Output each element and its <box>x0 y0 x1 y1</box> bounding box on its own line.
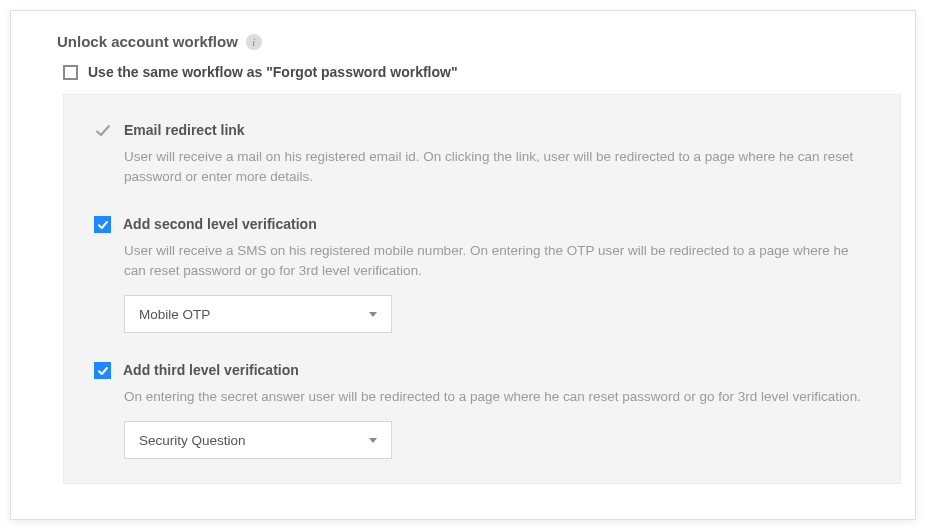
step-description: User will receive a mail on his register… <box>124 147 870 188</box>
select-value: Security Question <box>139 433 246 448</box>
step-title: Email redirect link <box>124 121 245 141</box>
same-workflow-row: Use the same workflow as "Forgot passwor… <box>25 64 901 80</box>
unlock-account-workflow-panel: Unlock account workflow i Use the same w… <box>10 10 916 520</box>
step-second-level: Add second level verification User will … <box>94 215 870 333</box>
third-level-checkbox[interactable] <box>94 362 111 379</box>
section-header: Unlock account workflow i <box>25 33 901 50</box>
step-email-redirect: Email redirect link User will receive a … <box>94 121 870 187</box>
third-level-method-select[interactable]: Security Question <box>124 421 392 459</box>
step-title: Add second level verification <box>123 215 317 235</box>
second-level-checkbox[interactable] <box>94 216 111 233</box>
select-value: Mobile OTP <box>139 307 210 322</box>
check-icon <box>94 122 112 140</box>
same-workflow-checkbox[interactable] <box>63 65 78 80</box>
info-icon[interactable]: i <box>246 34 262 50</box>
step-description: User will receive a SMS on his registere… <box>124 241 870 282</box>
step-title: Add third level verification <box>123 361 299 381</box>
section-title: Unlock account workflow <box>57 33 238 50</box>
chevron-down-icon <box>369 312 377 317</box>
second-level-method-select[interactable]: Mobile OTP <box>124 295 392 333</box>
workflow-config-area: Email redirect link User will receive a … <box>63 94 901 484</box>
step-third-level: Add third level verification On entering… <box>94 361 870 459</box>
chevron-down-icon <box>369 438 377 443</box>
same-workflow-label: Use the same workflow as "Forgot passwor… <box>88 64 458 80</box>
step-description: On entering the secret answer user will … <box>124 387 870 407</box>
